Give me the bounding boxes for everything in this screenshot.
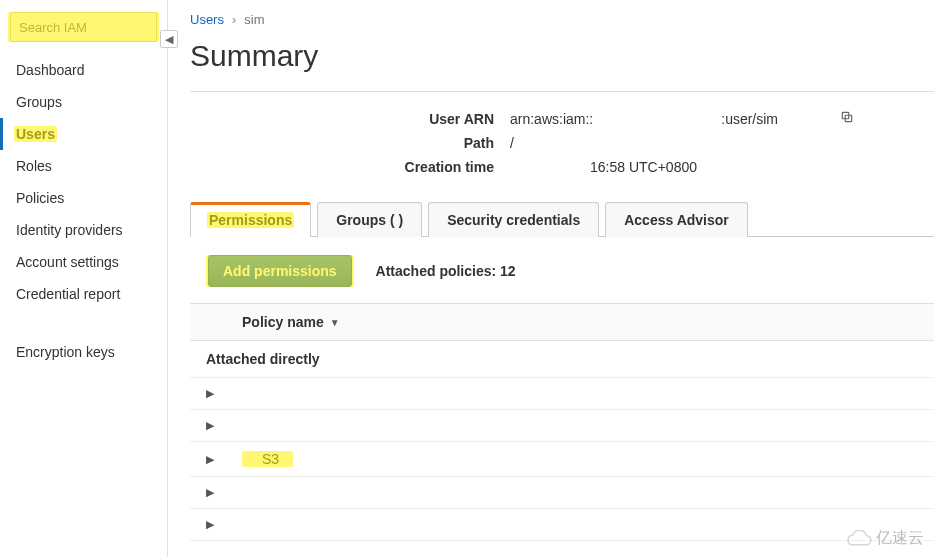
table-row[interactable]: ▶ [190,378,934,410]
tabs: Permissions Groups ( ) Security credenti… [190,201,934,237]
sidebar-item-label: Users [16,126,55,142]
sidebar-item-identity-providers[interactable]: Identity providers [0,214,167,246]
expand-icon: ▶ [206,453,230,466]
table-row[interactable]: ▶ [190,509,934,541]
user-arn-prefix: arn:aws:iam:: [510,111,593,127]
page-title: Summary [190,39,934,73]
collapse-sidebar-button[interactable]: ◀ [160,30,178,48]
sidebar-item-label: Roles [16,158,52,174]
expand-icon: ▶ [206,486,230,499]
sidebar-item-label: Encryption keys [16,344,115,360]
sidebar-item-users[interactable]: Users [0,118,167,150]
table-row[interactable]: ▶ [190,477,934,509]
tab-label: Groups [336,212,386,228]
user-arn-suffix: :user/sim [721,111,778,127]
breadcrumb: Users › sim [190,8,934,39]
search-input[interactable] [10,12,157,42]
sidebar-item-label: Account settings [16,254,119,270]
sidebar-item-credential-report[interactable]: Credential report [0,278,167,310]
chevron-right-icon: › [232,12,236,27]
user-creation-label: Creation time [190,159,510,175]
sidebar-item-policies[interactable]: Policies [0,182,167,214]
tab-label: Security credentials [447,212,580,228]
permissions-panel: Add permissions Attached policies: 12 Po… [190,237,934,541]
expand-icon: ▶ [206,419,230,432]
tab-label: Access Advisor [624,212,729,228]
sidebar-item-dashboard[interactable]: Dashboard [0,54,167,86]
user-arn-label: User ARN [190,111,510,127]
policy-table: Policy name ▼ Attached directly ▶ ▶ ▶ S3 [190,303,934,541]
tab-permissions[interactable]: Permissions [190,202,311,237]
breadcrumb-users-link[interactable]: Users [190,12,224,27]
sidebar: ◀ Dashboard Groups Users Roles Policies … [0,0,168,557]
table-row[interactable]: ▶ [190,410,934,442]
column-header-label: Policy name [242,314,324,330]
user-path-label: Path [190,135,510,151]
copy-icon [840,110,854,124]
expand-icon: ▶ [206,518,230,531]
tab-access-advisor[interactable]: Access Advisor [605,202,748,237]
policy-name: S3 [244,451,291,467]
sidebar-item-label: Dashboard [16,62,85,78]
user-info-block: User ARN arn:aws:iam:: :user/sim Path / … [190,106,934,179]
user-creation-value: 16:58 UTC+0800 [590,159,697,175]
tab-label: Permissions [209,212,292,228]
sort-caret-icon: ▼ [330,317,340,328]
sidebar-item-label: Credential report [16,286,120,302]
column-header-policy-name[interactable]: Policy name ▼ [230,304,352,340]
copy-arn-button[interactable] [840,110,854,127]
table-header-row: Policy name ▼ [190,304,934,341]
breadcrumb-current: sim [244,12,264,27]
sidebar-item-account-settings[interactable]: Account settings [0,246,167,278]
sidebar-item-label: Identity providers [16,222,123,238]
table-row[interactable]: ▶ S3 [190,442,934,477]
sidebar-item-label: Groups [16,94,62,110]
tab-count: ( ) [390,212,403,228]
add-permissions-button[interactable]: Add permissions [208,255,352,287]
user-path-value: / [510,135,514,151]
sidebar-item-roles[interactable]: Roles [0,150,167,182]
sidebar-item-encryption-keys[interactable]: Encryption keys [0,336,167,368]
tab-groups[interactable]: Groups ( ) [317,202,422,237]
tab-security-credentials[interactable]: Security credentials [428,202,599,237]
expand-icon: ▶ [206,387,230,400]
sidebar-item-label: Policies [16,190,64,206]
sidebar-item-groups[interactable]: Groups [0,86,167,118]
attached-policies-count: Attached policies: 12 [376,263,516,279]
main-content: Users › sim Summary User ARN arn:aws:iam… [168,0,934,557]
policy-group-header: Attached directly [190,341,934,378]
